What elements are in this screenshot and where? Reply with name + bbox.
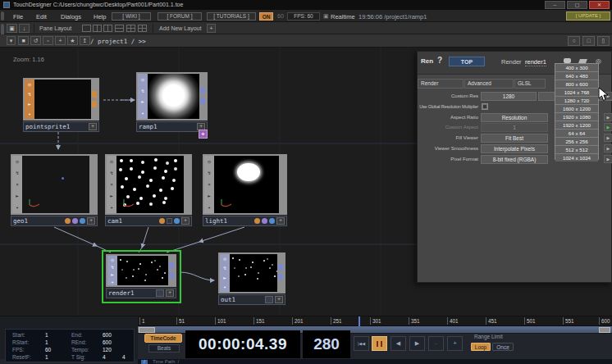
display-flag-dot[interactable] (269, 218, 275, 224)
close-button[interactable]: ✕ (589, 1, 610, 9)
pixel-menu-arrow[interactable]: ▶ (604, 155, 612, 163)
pick-flag-icon[interactable]: ✦ (28, 111, 31, 116)
menu-item-resolution[interactable]: 1920 x 1200 (555, 121, 598, 130)
fill-menu-arrow[interactable]: ▶ (604, 134, 612, 142)
viewer-flag-icon[interactable]: ◎ (28, 82, 31, 87)
menu-help[interactable]: Help (94, 13, 106, 20)
fps-field[interactable]: FPS: 60 (287, 12, 320, 20)
node-flag-column[interactable]: ◎ ↯ ► ✦ (107, 256, 117, 285)
flash-flag-icon[interactable]: ↯ (111, 265, 114, 270)
viewer-flag-icon[interactable]: ◎ (110, 159, 113, 164)
pick-flag-icon[interactable]: ✦ (16, 205, 19, 210)
input-flag-icon[interactable]: ► (141, 99, 144, 104)
pane-circle-icon[interactable]: ○ (568, 36, 580, 46)
pause-button[interactable] (372, 336, 387, 351)
setting-value[interactable]: 600 (103, 332, 112, 338)
smoothness-dropdown[interactable]: Interpolate Pixels (481, 144, 548, 153)
node-name-bar[interactable]: ramp1 + (136, 121, 208, 132)
realtime-toggle[interactable]: Realtime (331, 13, 355, 20)
step-back-button[interactable]: – (428, 336, 444, 351)
output-connector[interactable] (200, 87, 205, 93)
menu-edit[interactable]: Edit (36, 13, 47, 20)
output-connector[interactable] (92, 101, 97, 107)
box-icon[interactable]: ▫ (43, 36, 53, 45)
node-name-bar[interactable]: out1 + (218, 294, 285, 305)
step-forward-button[interactable]: + (447, 336, 463, 351)
setting-value[interactable]: 60 (45, 347, 51, 353)
viewer-flag-icon[interactable]: ◎ (16, 159, 19, 164)
export-arrow-icon[interactable]: ▶ (604, 123, 612, 131)
input-flag-icon[interactable]: ► (28, 102, 31, 107)
node-viewer[interactable] (22, 156, 89, 213)
node-viewer[interactable] (116, 156, 184, 213)
layout-preset-1[interactable] (82, 25, 91, 32)
menu-item-resolution[interactable]: 1024 x 1024 (555, 154, 598, 162)
timeline-ruler[interactable]: 1 51 101 151 201 251 301 351 401 451 501… (138, 316, 612, 326)
display-flag-dot[interactable] (80, 218, 85, 224)
tab-advanced[interactable]: Advanced (464, 79, 514, 89)
menu-item-resolution[interactable]: 256 x 256 (555, 138, 598, 146)
node-name-bar[interactable]: cam1 + (105, 216, 192, 226)
flash-flag-icon[interactable]: ↯ (110, 171, 113, 175)
setting-value[interactable]: 1 (45, 332, 48, 338)
layout-preset-6[interactable] (138, 25, 147, 32)
render-flag-dot[interactable] (254, 218, 260, 224)
layout-preset-4[interactable] (115, 25, 124, 32)
output-connector[interactable] (169, 262, 174, 269)
flash-flag-icon[interactable]: ↯ (208, 171, 211, 175)
menu-item-resolution[interactable]: 1920 x 1080 (555, 113, 598, 121)
range-handle-right[interactable] (599, 327, 610, 333)
pane-bar-icon[interactable]: ▯ (597, 36, 610, 46)
setting-value[interactable]: 1 (45, 339, 48, 345)
dropdown-icon[interactable]: ▾ (7, 36, 16, 45)
maximize-button[interactable]: ▢ (567, 1, 587, 9)
parent-icon[interactable]: ↥ (80, 36, 90, 45)
input-flag-icon[interactable]: ► (223, 275, 226, 280)
slash-icon[interactable]: / (141, 360, 148, 364)
expand-plus-icon[interactable]: + (166, 289, 174, 297)
tab-glsl[interactable]: GLSL (514, 79, 546, 89)
home-icon[interactable]: ■ (18, 36, 29, 45)
node-name-bar[interactable]: light1 + (203, 216, 287, 226)
bypass-flag-icon[interactable]: × (110, 182, 113, 187)
layout-preset-2[interactable] (93, 25, 102, 32)
once-button[interactable]: Once (492, 343, 514, 351)
play-forward-button[interactable]: ▶ (409, 336, 425, 351)
expand-plus-icon[interactable]: + (275, 296, 283, 303)
input-flag-icon[interactable]: ► (110, 193, 113, 198)
node-viewer[interactable] (230, 254, 277, 292)
timecode-mode-button[interactable]: TimeCode (144, 334, 182, 343)
expand-plus-icon[interactable]: + (89, 123, 97, 130)
flag-box[interactable] (156, 289, 164, 297)
aspect-menu-arrow[interactable]: ▶ (604, 113, 612, 121)
flash-flag-icon[interactable]: ↯ (223, 266, 226, 271)
input-flag-icon[interactable]: ► (208, 193, 211, 198)
add-layout-button[interactable]: + (207, 24, 216, 33)
render-flag-dot[interactable] (65, 218, 71, 224)
smoothness-menu-arrow[interactable]: ▶ (604, 144, 612, 152)
refresh-icon[interactable]: ↺ (30, 36, 41, 45)
setting-value[interactable]: 600 (103, 339, 112, 345)
flash-flag-icon[interactable]: ↯ (16, 171, 19, 175)
flash-flag-icon[interactable]: ↯ (28, 92, 31, 97)
render-flag-dot[interactable] (159, 218, 165, 224)
op-name-link[interactable]: render1 (525, 58, 546, 66)
node-flag-column[interactable]: ◎ ↯ ► ✦ (25, 80, 34, 119)
tutorials-button[interactable]: [ TUTORIALS ] (207, 12, 256, 20)
node-flag-column[interactable]: ◎ ↯ × ► ✦ (12, 156, 22, 213)
pickable-flag-dot[interactable] (262, 218, 267, 224)
output-connector[interactable] (92, 91, 97, 98)
node-viewer[interactable] (148, 74, 199, 119)
fill-viewer-dropdown[interactable]: Fit Best (481, 134, 548, 143)
aspect-ratio-dropdown[interactable]: Resolution (481, 113, 548, 122)
menu-file[interactable]: File (13, 13, 23, 20)
menu-item-resolution[interactable]: 640 x 480 (555, 72, 598, 80)
add-icon[interactable]: + (55, 36, 66, 45)
expand-plus-icon[interactable]: + (87, 217, 95, 225)
node-light1[interactable]: ◎ ↯ × ► ✦ light1 (203, 154, 287, 226)
node-name-bar[interactable]: render1 + (106, 288, 176, 298)
node-name-bar[interactable]: geo1 + (11, 216, 98, 226)
output-connector[interactable] (169, 272, 174, 279)
setting-value[interactable]: 120 (103, 347, 112, 353)
menu-item-resolution[interactable]: 800 x 600 (555, 80, 598, 89)
